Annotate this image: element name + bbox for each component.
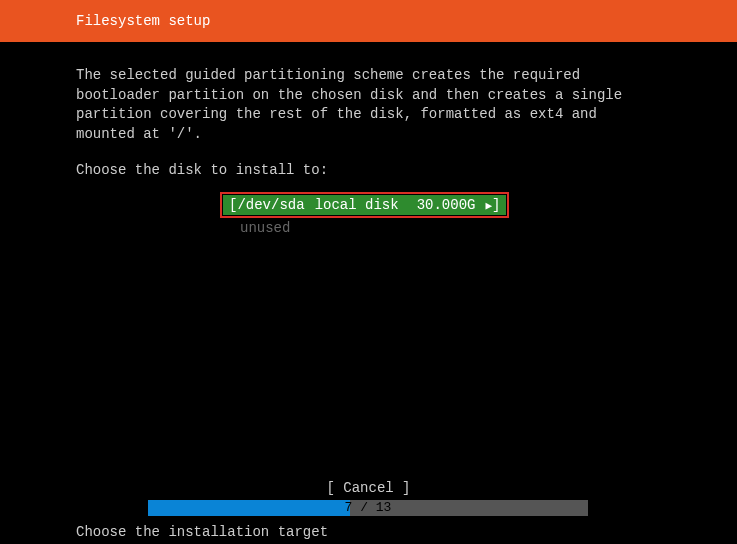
disk-type: local disk	[315, 197, 399, 213]
disk-highlight: [ /dev/sda local disk 30.000G ▶ ]	[220, 192, 509, 218]
disk-list: [ /dev/sda local disk 30.000G ▶ ] unused	[76, 192, 661, 236]
footer-hint: Choose the installation target	[76, 524, 328, 540]
disk-option-sda[interactable]: [ /dev/sda local disk 30.000G ▶ ]	[223, 195, 506, 215]
description-text: The selected guided partitioning scheme …	[76, 66, 661, 144]
main-content: The selected guided partitioning scheme …	[0, 42, 737, 236]
progress-label: 7 / 13	[148, 500, 588, 516]
cancel-button[interactable]: [ Cancel ]	[0, 480, 737, 496]
cancel-label: [ Cancel ]	[326, 480, 410, 496]
bracket-close: ]	[492, 197, 500, 213]
bracket-open: [	[229, 197, 237, 213]
choose-disk-prompt: Choose the disk to install to:	[76, 162, 661, 178]
header-bar: Filesystem setup	[0, 0, 737, 42]
page-title: Filesystem setup	[76, 13, 210, 29]
unused-label: unused	[220, 220, 661, 236]
progress-bar: 7 / 13	[148, 500, 588, 516]
disk-size: 30.000G	[417, 197, 476, 213]
disk-device: /dev/sda	[237, 197, 304, 213]
triangle-right-icon: ▶	[485, 199, 492, 212]
